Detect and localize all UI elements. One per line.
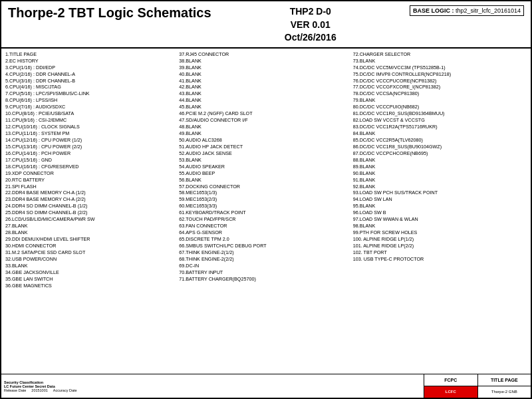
list-item: 80.DC/DC VCCCPUIO(NB682) bbox=[353, 104, 527, 110]
list-item: 15.CPU(13/16) : CPU POWER (2/2) bbox=[5, 144, 179, 150]
list-item: 83.DC/DC VCC1R2A(TPS51716RUKR) bbox=[353, 124, 527, 130]
list-item: 61.KEYBOARD/TRACK POINT bbox=[179, 209, 352, 216]
list-item: 62.TOUCH PAD/FPR/SCR bbox=[179, 216, 352, 223]
list-item: 78.DC/DC VCCSA(NCP81380) bbox=[353, 90, 527, 97]
list-item: 47.SD/AUDIO CONNECTOR I/F bbox=[179, 117, 352, 124]
logo-text: FCPC bbox=[444, 378, 457, 382]
header: Thorpe-2 TBT Logic Schematics THP2 D-0 V… bbox=[1, 1, 531, 49]
release-date-value: 20151001 bbox=[31, 388, 47, 392]
footer-right: FCPC TITLE PAGE LCFC Thorpe-2 GNB bbox=[424, 374, 531, 398]
list-item: 32.USB POWER/CONN bbox=[5, 256, 179, 263]
list-item: 28.BLANK bbox=[5, 229, 179, 236]
list-item: 64.APS G-SENSOR bbox=[179, 229, 352, 236]
list-item: 42.BLANK bbox=[179, 84, 352, 90]
footer-logo2: LCFC bbox=[424, 386, 478, 398]
list-item: 9.CPU(7/16) : AUDIO/SDXC bbox=[5, 104, 179, 110]
list-item: 60.MEC1653(3/3) bbox=[179, 203, 352, 209]
list-item: 90.BLANK bbox=[353, 170, 527, 177]
list-item: 93.LOAD SW PCH SUS/TRACK POINT bbox=[353, 190, 527, 196]
footer-logo-area: FCPC bbox=[424, 374, 478, 386]
list-item: 48.BLANK bbox=[179, 124, 352, 130]
footer-right-bottom: LCFC Thorpe-2 GNB bbox=[424, 386, 531, 398]
list-item: 55.AUDIO BEEP bbox=[179, 170, 352, 177]
list-item: 72.CHARGER SELECTOR bbox=[353, 51, 527, 58]
list-item: 74.DC/DC VCC5M/VCC3M (TPS51285B-1) bbox=[353, 65, 527, 71]
version-line1: THP2 D-0 bbox=[285, 5, 336, 19]
list-item: 76.DC/DC VCCCPUCORE(NCP81382) bbox=[353, 78, 527, 84]
list-item: 68.THINK ENGINE-2(2/2) bbox=[179, 256, 352, 263]
footer-title-box: TITLE PAGE bbox=[478, 374, 531, 386]
list-item: 17.CPU(15/16) : GND bbox=[5, 157, 179, 164]
list-item: 18.CPU(16/16) : CFG/RESERVED bbox=[5, 164, 179, 170]
list-item: 53.BLANK bbox=[179, 157, 352, 164]
list-item: 2.EC HISTORY bbox=[5, 58, 179, 65]
list-item: 69.DC-IN bbox=[179, 263, 352, 269]
list-item: 14.CPU(12/16) : CPU POWER (1/2) bbox=[5, 137, 179, 144]
list-item: 3.CPU(1/16) : DDI/EDP bbox=[5, 65, 179, 71]
list-item: 21.SPI FLASH bbox=[5, 184, 179, 190]
footer-row-3: Release Date 20151001 Accuracy Date bbox=[4, 388, 82, 392]
list-item: 73.BLANK bbox=[353, 58, 527, 65]
list-item: 86.DC/DC VCC1R8_SUS(BU90104GWZ) bbox=[353, 144, 527, 150]
list-item: 75.DC/DC IMVP8 CONTROLLER(NCP81218) bbox=[353, 71, 527, 78]
list-item: 56.BLANK bbox=[179, 177, 352, 184]
list-item: 6.CPU(4/16) : MISC/JTAG bbox=[5, 84, 179, 90]
page: Thorpe-2 TBT Logic Schematics THP2 D-0 V… bbox=[0, 0, 532, 399]
list-item: 50.AUDIO ALC3268 bbox=[179, 137, 352, 144]
list-item: 37.RJ45 CONNECTOR bbox=[179, 51, 352, 58]
list-item: 34.GBE JACKSONVILLE bbox=[5, 269, 179, 276]
list-item: 36.GBE MAGNETICS bbox=[5, 283, 179, 289]
list-item: 98.BLANK bbox=[353, 223, 527, 229]
list-item: 82.LOAD SW VCCST & VCCSTG bbox=[353, 117, 527, 124]
list-item: 33.BLANK bbox=[5, 263, 179, 269]
list-item: 4.CPU(2/16) : DDR CHANNEL-A bbox=[5, 71, 179, 78]
list-item: 26.LCD/USB/LID/MIC/CAMERA/PWR SW bbox=[5, 216, 179, 223]
footer-left: Security Classification LC Future Center… bbox=[1, 374, 424, 398]
list-item: 87.DC/DC VCCPCHCORE(NB695) bbox=[353, 150, 527, 157]
list-item: 19.XDP CONNECTOR bbox=[5, 170, 179, 177]
list-item: 23.DDR4 BASE MEMORY CH-A (2/2) bbox=[5, 196, 179, 203]
list-item: 88.BLANK bbox=[353, 157, 527, 164]
list-item: 102. TBT PORT bbox=[353, 249, 527, 256]
list-item: 103. USB TYPE-C PROTOCTOR bbox=[353, 256, 527, 263]
list-item: 70.BATTERY INPUT bbox=[179, 269, 352, 276]
list-item: 77.DC/DC VCCGFXCORE_I(NCP81382) bbox=[353, 84, 527, 90]
version-line2: VER 0.01 bbox=[285, 19, 336, 32]
list-item: 54.AUDIO SPEAKER bbox=[179, 164, 352, 170]
list-item: 71.BATTERY CHARGER(BQ25700) bbox=[179, 276, 352, 283]
list-item: 25.DDR4 SO DIMM CHANNEL-B (2/2) bbox=[5, 209, 179, 216]
list-item: 1.TITLE PAGE bbox=[5, 51, 179, 58]
list-item: 11.CPU(9/16) : CSI-2/EMMC bbox=[5, 117, 179, 124]
list-item: 52.AUDIO JACK SENSE bbox=[179, 150, 352, 157]
list-item: 13.CPU(11/16) : SYSTEM PM bbox=[5, 130, 179, 137]
list-item: 41.BLANK bbox=[179, 78, 352, 84]
list-item: 84.BLANK bbox=[353, 130, 527, 137]
column-2: 37.RJ45 CONNECTOR38.BLANK39.BLANK40.BLAN… bbox=[179, 51, 352, 372]
list-item: 94.LOAD SW LAN bbox=[353, 196, 527, 203]
version-line3: Oct/26/2016 bbox=[285, 31, 336, 45]
accuracy-date-label: Accuracy Date bbox=[53, 388, 77, 392]
list-item: 96.LOAD SW B bbox=[353, 209, 527, 216]
base-logic-label: BASE LOGIC : bbox=[413, 7, 454, 14]
content-area: 1.TITLE PAGE2.EC HISTORY3.CPU(1/16) : DD… bbox=[1, 49, 531, 374]
list-item: 29.DDI DEMUX/HDMI LEVEL SHIFTER bbox=[5, 236, 179, 243]
list-item: 57.DOCKING CONNECTOR bbox=[179, 184, 352, 190]
list-item: 100. ALPINE RIDGE LP(1/2) bbox=[353, 236, 527, 243]
list-item: 24.DDR4 SO DIMM CHANNEL-B (1/2) bbox=[5, 203, 179, 209]
list-item: 22.DDR4 BASE MEMORY CH-A (1/2) bbox=[5, 190, 179, 196]
list-item: 31.M.2 SATA/PCIE SSD CARD SLOT bbox=[5, 249, 179, 256]
page-title: Thorpe-2 TBT Logic Schematics bbox=[8, 5, 211, 21]
list-item: 40.BLANK bbox=[179, 71, 352, 78]
release-date-label: Release Date bbox=[4, 388, 26, 392]
list-item: 58.MEC1653(1/3) bbox=[179, 190, 352, 196]
list-item: 49.BLANK bbox=[179, 130, 352, 137]
list-item: 20.RTC BATTERY bbox=[5, 177, 179, 184]
list-item: 65.DISCRETE TPM 2.0 bbox=[179, 236, 352, 243]
list-item: 12.CPU(10/16) : CLOCK SIGNALS bbox=[5, 124, 179, 130]
list-item: 35.GBE LAN SWITCH bbox=[5, 276, 179, 283]
list-item: 8.CPU(6/16) : LPSS/ISH bbox=[5, 97, 179, 104]
list-item: 5.CPU(3/16) : DDR CHANNEL-B bbox=[5, 78, 179, 84]
list-item: 85.DC/DC VCC2R5A(TLV62080) bbox=[353, 137, 527, 144]
list-item: 97.LOAD SW WWAN & WLAN bbox=[353, 216, 527, 223]
list-item: 44.BLANK bbox=[179, 97, 352, 104]
